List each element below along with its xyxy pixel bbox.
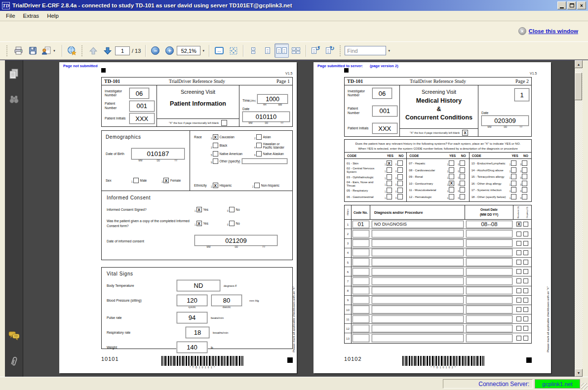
resolved-checkbox[interactable] — [516, 336, 521, 341]
system-no-checkbox[interactable] — [460, 174, 465, 179]
system-no-checkbox[interactable] — [522, 194, 527, 199]
search-panel-button[interactable] — [8, 95, 20, 106]
fit-page-button[interactable] — [226, 43, 240, 58]
close-button[interactable]: × — [577, 1, 586, 9]
onset-date-field[interactable] — [466, 287, 512, 294]
code-field[interactable] — [353, 230, 369, 237]
race-other-checkbox[interactable] — [213, 158, 218, 164]
consent-signed-yes-checkbox[interactable]: X — [196, 207, 202, 212]
system-yes-checkbox[interactable] — [511, 194, 516, 199]
page-number-input[interactable] — [115, 46, 130, 55]
ongoing-checkbox[interactable] — [523, 288, 528, 293]
find-input[interactable] — [345, 46, 386, 55]
blank-page-checkbox[interactable]: X — [462, 130, 468, 136]
scrollbar-thumb[interactable] — [575, 73, 582, 100]
system-yes-checkbox[interactable] — [511, 167, 516, 173]
consent-copy-no-checkbox[interactable] — [229, 221, 235, 226]
system-yes-checkbox[interactable] — [511, 187, 516, 193]
resolved-checkbox[interactable] — [516, 288, 521, 293]
onset-date-field[interactable] — [466, 325, 512, 332]
system-yes-checkbox[interactable] — [387, 194, 392, 199]
code-field[interactable] — [353, 287, 369, 294]
ongoing-checkbox[interactable] — [523, 269, 528, 274]
system-no-checkbox[interactable] — [460, 187, 465, 193]
onset-date-field[interactable] — [466, 258, 512, 266]
sex-female-checkbox[interactable]: X — [163, 178, 169, 183]
resize-grip[interactable] — [581, 383, 588, 390]
zoom-level-combo[interactable]: 52,1% — [177, 46, 200, 55]
date-field[interactable]: 020309 — [481, 116, 529, 126]
weight-field[interactable]: 140 — [177, 342, 207, 353]
race-checkbox[interactable] — [256, 134, 262, 140]
code-field[interactable] — [353, 277, 369, 285]
onset-date-field[interactable] — [466, 296, 512, 304]
diagnosis-field[interactable] — [372, 334, 464, 342]
minimize-button[interactable] — [557, 1, 566, 9]
investigator-field[interactable]: 06 — [372, 88, 392, 99]
diagnosis-field[interactable] — [372, 230, 464, 237]
resolved-checkbox[interactable] — [516, 260, 521, 265]
resolved-checkbox[interactable] — [516, 232, 521, 236]
system-yes-checkbox[interactable] — [449, 160, 454, 166]
race-checkbox[interactable] — [213, 143, 218, 148]
system-yes-checkbox[interactable] — [387, 174, 392, 180]
system-yes-checkbox[interactable] — [511, 160, 516, 166]
maximize-button[interactable] — [567, 1, 576, 9]
onset-date-field[interactable] — [466, 268, 512, 275]
resolved-checkbox[interactable] — [516, 250, 521, 255]
race-checkbox[interactable] — [213, 151, 218, 156]
ethnicity-hispanic-checkbox[interactable]: X — [213, 183, 218, 188]
resolved-checkbox[interactable] — [516, 307, 521, 312]
investigator-field[interactable]: 06 — [129, 88, 149, 99]
onset-date-field[interactable] — [466, 334, 512, 342]
system-no-checkbox[interactable] — [397, 181, 403, 186]
system-yes-checkbox[interactable] — [387, 188, 392, 193]
consent-signed-no-checkbox[interactable] — [229, 207, 235, 212]
zoom-out-button[interactable]: − — [148, 43, 162, 58]
onset-date-field[interactable]: 08--08 — [466, 221, 512, 228]
system-yes-checkbox[interactable] — [449, 167, 454, 173]
patient-data-button[interactable]: ▼ — [40, 43, 59, 58]
system-no-checkbox[interactable] — [397, 174, 403, 180]
body-temperature-field[interactable]: ND — [177, 280, 220, 291]
sequence-field[interactable]: 1 — [514, 88, 529, 101]
code-field[interactable] — [353, 258, 369, 266]
ongoing-checkbox[interactable] — [523, 298, 528, 303]
onset-date-field[interactable] — [466, 249, 512, 256]
system-yes-checkbox[interactable] — [511, 174, 516, 179]
system-yes-checkbox[interactable] — [387, 167, 392, 173]
zoom-combo-arrow[interactable]: ▼ — [200, 49, 206, 52]
diastolic-field[interactable]: 80 — [211, 295, 242, 306]
system-no-checkbox[interactable] — [397, 188, 403, 193]
system-yes-checkbox[interactable]: X — [449, 181, 454, 186]
respiratory-rate-field[interactable]: 18 — [186, 327, 209, 338]
diagnosis-field[interactable] — [372, 249, 464, 256]
resolved-checkbox[interactable] — [516, 241, 521, 246]
system-yes-checkbox[interactable] — [449, 194, 454, 199]
diagnosis-field[interactable] — [372, 296, 464, 304]
resolved-checkbox[interactable] — [516, 269, 521, 274]
code-field[interactable] — [353, 239, 369, 247]
ongoing-checkbox[interactable] — [523, 222, 528, 227]
patient-number-field[interactable]: 001 — [129, 101, 155, 112]
code-field[interactable] — [353, 249, 369, 256]
resolved-checkbox[interactable] — [516, 316, 521, 321]
fit-width-button[interactable]: ↔ — [212, 43, 226, 58]
dob-field[interactable]: 010187 — [131, 148, 185, 159]
onset-date-field[interactable] — [466, 277, 512, 285]
patient-data-dropdown-arrow[interactable]: ▼ — [51, 49, 57, 52]
ongoing-checkbox[interactable] — [523, 241, 528, 246]
system-no-checkbox[interactable] — [522, 160, 527, 166]
find-dropdown-arrow[interactable]: ▼ — [386, 49, 392, 52]
vertical-scrollbar[interactable]: ▲ ▼ — [574, 60, 583, 377]
diagnosis-field[interactable] — [372, 325, 464, 332]
ongoing-checkbox[interactable] — [523, 307, 528, 312]
code-field[interactable] — [353, 334, 369, 342]
scroll-down-button[interactable]: ▼ — [575, 369, 583, 377]
zoom-in-button[interactable]: + — [162, 43, 177, 58]
system-yes-checkbox[interactable] — [511, 181, 516, 186]
web-submit-button[interactable] — [65, 43, 79, 58]
print-button[interactable] — [11, 43, 26, 58]
race-checkbox[interactable] — [256, 143, 262, 148]
ongoing-checkbox[interactable] — [523, 232, 528, 236]
